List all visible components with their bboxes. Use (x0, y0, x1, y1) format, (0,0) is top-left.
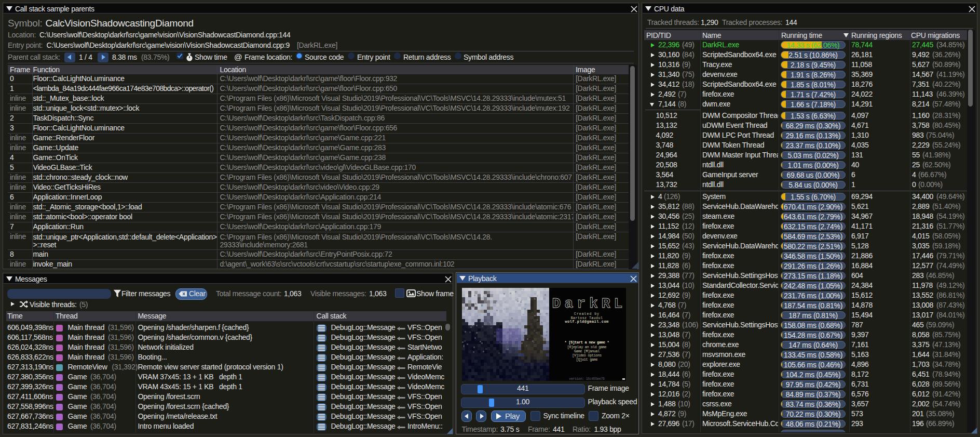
svg-text:[R]eplay an old game: [R]eplay an old game (567, 345, 607, 349)
svg-text:* [S]tart a new game *: * [S]tart a new game * (565, 340, 609, 345)
svg-text:wolf.pld@gmail.com: wolf.pld@gmail.com (565, 320, 609, 324)
svg-text:version: 15c455ee76: version: 15c455ee76 (569, 377, 605, 381)
svg-text:Game [M]anual: Game [M]anual (574, 349, 600, 353)
svg-text:Created by: Created by (574, 312, 600, 316)
svg-text:[Q]uit game: [Q]uit game (576, 357, 598, 362)
svg-text:DarkRL: DarkRL (552, 296, 626, 312)
